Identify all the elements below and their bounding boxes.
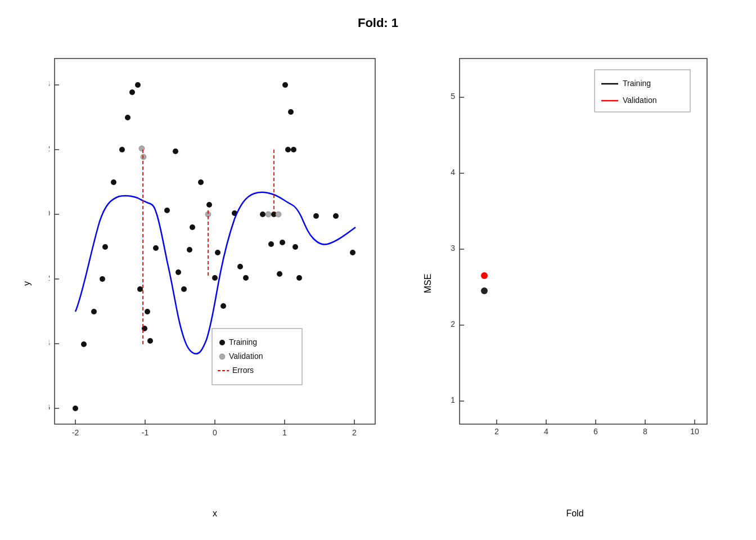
svg-text:1: 1 <box>451 395 455 404</box>
svg-point-27 <box>102 244 108 250</box>
svg-point-24 <box>81 341 87 347</box>
svg-point-66 <box>139 146 145 151</box>
svg-point-61 <box>292 244 298 250</box>
svg-text:10: 10 <box>690 427 699 436</box>
svg-text:5: 5 <box>451 92 455 101</box>
svg-text:6: 6 <box>593 427 598 436</box>
left-chart-svg: 4 2 0 -2 -4 -6 -2 -1 0 1 <box>49 53 398 480</box>
svg-text:-1: -1 <box>142 428 149 437</box>
left-x-axis-label: x <box>213 508 217 519</box>
svg-point-33 <box>137 286 143 292</box>
svg-point-46 <box>212 275 218 281</box>
svg-point-41 <box>181 286 187 292</box>
svg-text:8: 8 <box>643 427 647 436</box>
svg-point-29 <box>119 147 125 152</box>
svg-rect-81 <box>460 58 707 424</box>
svg-point-36 <box>147 338 153 344</box>
right-chart-svg: 5 4 3 2 1 2 4 6 8 10 <box>443 53 724 475</box>
svg-point-42 <box>187 247 192 253</box>
svg-point-59 <box>288 109 294 115</box>
svg-point-68 <box>266 212 271 217</box>
svg-point-51 <box>243 275 249 281</box>
svg-point-48 <box>220 303 226 309</box>
svg-text:-6: -6 <box>49 403 50 412</box>
svg-point-28 <box>111 179 116 185</box>
svg-point-57 <box>282 82 288 88</box>
svg-text:Validation: Validation <box>623 96 656 105</box>
svg-point-75 <box>219 340 225 345</box>
svg-point-58 <box>285 147 291 152</box>
svg-point-25 <box>91 309 97 314</box>
svg-point-40 <box>176 269 181 275</box>
svg-text:2: 2 <box>352 428 357 437</box>
right-chart: MSE Fold 5 4 3 2 1 <box>412 42 738 525</box>
left-y-axis-label: y <box>22 281 32 286</box>
svg-text:4: 4 <box>49 79 50 88</box>
main-title: Fold: 1 <box>358 16 398 30</box>
right-y-axis-label: MSE <box>423 274 433 294</box>
svg-point-26 <box>100 276 105 282</box>
svg-point-69 <box>276 212 281 217</box>
svg-text:0: 0 <box>213 428 217 437</box>
svg-text:-4: -4 <box>49 338 50 347</box>
svg-point-67 <box>141 154 146 160</box>
svg-point-103 <box>481 272 488 279</box>
svg-point-77 <box>219 354 225 359</box>
svg-rect-104 <box>595 70 690 112</box>
svg-point-47 <box>215 250 220 255</box>
svg-point-60 <box>291 147 296 152</box>
left-chart: y x 4 2 0 -2 -4 -6 <box>18 42 412 525</box>
svg-text:2: 2 <box>451 320 455 328</box>
svg-text:4: 4 <box>544 427 548 436</box>
svg-point-50 <box>237 264 243 269</box>
svg-text:4: 4 <box>451 168 455 177</box>
svg-point-44 <box>198 179 204 185</box>
svg-text:Validation: Validation <box>229 352 263 361</box>
svg-text:Errors: Errors <box>232 366 254 375</box>
svg-text:0: 0 <box>49 209 50 218</box>
svg-point-56 <box>280 240 285 245</box>
svg-point-53 <box>268 241 274 247</box>
svg-point-39 <box>173 148 178 154</box>
svg-point-64 <box>333 213 339 219</box>
right-x-axis-label: Fold <box>566 508 583 519</box>
svg-text:2: 2 <box>494 427 499 436</box>
svg-point-32 <box>135 82 141 88</box>
svg-text:3: 3 <box>451 244 455 253</box>
svg-text:Training: Training <box>229 338 257 346</box>
svg-point-38 <box>164 208 170 213</box>
svg-point-45 <box>206 202 212 208</box>
svg-text:2: 2 <box>49 144 50 153</box>
svg-point-62 <box>296 275 302 281</box>
svg-point-31 <box>129 89 135 95</box>
svg-point-102 <box>481 287 488 294</box>
svg-text:Training: Training <box>623 79 651 88</box>
svg-point-65 <box>350 250 356 255</box>
svg-point-43 <box>190 224 195 230</box>
svg-point-63 <box>313 213 319 219</box>
svg-text:1: 1 <box>282 428 287 437</box>
svg-point-52 <box>260 212 266 217</box>
svg-point-35 <box>145 309 150 314</box>
svg-point-30 <box>125 115 130 120</box>
svg-point-23 <box>73 406 78 411</box>
svg-point-37 <box>153 245 159 251</box>
svg-point-55 <box>277 271 282 277</box>
svg-text:-2: -2 <box>49 273 50 282</box>
svg-text:-2: -2 <box>72 428 79 437</box>
